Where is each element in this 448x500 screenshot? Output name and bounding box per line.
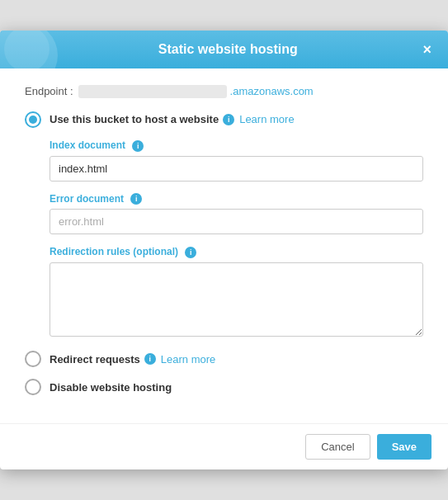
redirect-requests-info-icon[interactable]: i bbox=[144, 353, 156, 365]
radio-host-website[interactable]: Use this bucket to host a website i Lear… bbox=[25, 111, 423, 128]
modal-body: Endpoint : .amazonaws.com Use this bucke… bbox=[0, 68, 448, 423]
endpoint-row: Endpoint : .amazonaws.com bbox=[25, 85, 423, 98]
radio-disable-hosting-label: Disable website hosting bbox=[50, 381, 172, 394]
host-website-info-icon[interactable]: i bbox=[223, 114, 234, 125]
host-website-learn-more-link[interactable]: Learn more bbox=[239, 113, 294, 125]
redirection-rules-label: Redirection rules (optional) i bbox=[50, 246, 423, 258]
redirect-requests-learn-more-link[interactable]: Learn more bbox=[161, 353, 215, 366]
index-document-group: Index document i bbox=[50, 139, 423, 182]
save-button[interactable]: Save bbox=[377, 434, 431, 460]
redirection-rules-info-icon[interactable]: i bbox=[185, 247, 196, 258]
index-document-info-icon[interactable]: i bbox=[132, 140, 144, 152]
error-document-label: Error document i bbox=[50, 193, 423, 205]
endpoint-value bbox=[78, 85, 227, 98]
radio-disable-hosting-circle bbox=[25, 379, 41, 395]
index-document-label: Index document i bbox=[50, 139, 423, 152]
modal-header: Static website hosting × bbox=[0, 31, 448, 68]
radio-redirect-requests-circle bbox=[25, 351, 41, 367]
cancel-button[interactable]: Cancel bbox=[305, 434, 370, 460]
radio-host-website-label: Use this bucket to host a website bbox=[50, 113, 219, 125]
index-document-input[interactable] bbox=[50, 156, 423, 182]
endpoint-domain: .amazonaws.com bbox=[230, 85, 314, 97]
error-document-group: Error document i bbox=[50, 193, 423, 235]
indented-section: Index document i Error document i Redire… bbox=[50, 139, 423, 339]
modal-footer: Cancel Save bbox=[0, 423, 448, 469]
close-button[interactable]: × bbox=[422, 42, 431, 57]
radio-disable-hosting[interactable]: Disable website hosting bbox=[25, 379, 423, 395]
redirection-rules-group: Redirection rules (optional) i bbox=[50, 246, 423, 339]
radio-host-website-circle bbox=[25, 111, 41, 128]
redirection-rules-textarea[interactable] bbox=[50, 262, 423, 337]
modal-title: Static website hosting bbox=[33, 42, 422, 57]
modal-static-website-hosting: Static website hosting × Endpoint : .ama… bbox=[0, 31, 448, 469]
radio-redirect-requests[interactable]: Redirect requests i Learn more bbox=[25, 351, 423, 367]
error-document-input[interactable] bbox=[50, 209, 423, 234]
radio-redirect-requests-label: Redirect requests bbox=[50, 353, 140, 366]
error-document-info-icon[interactable]: i bbox=[130, 193, 142, 205]
